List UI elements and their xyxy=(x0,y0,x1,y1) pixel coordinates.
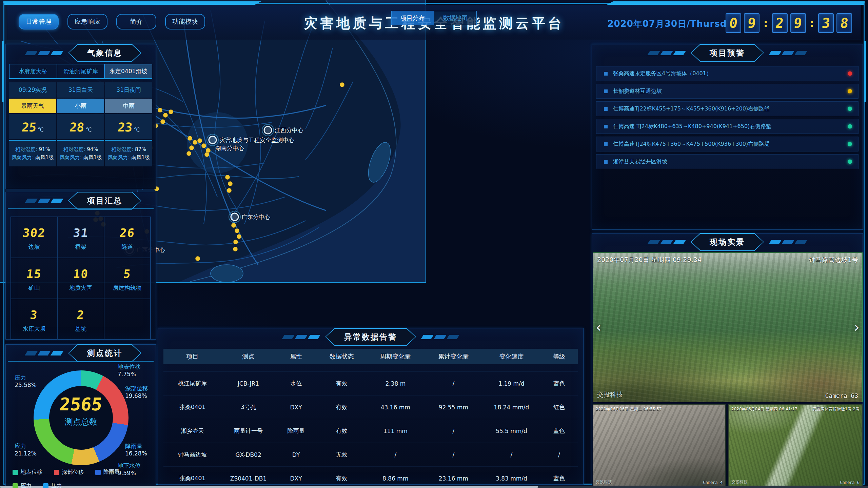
branch-center-marker[interactable] xyxy=(264,126,272,134)
legend-surface-disp[interactable]: 地表位移 xyxy=(13,469,42,476)
carousel-prev-icon[interactable]: ‹ xyxy=(596,320,601,334)
carousel-next-icon[interactable]: › xyxy=(854,320,860,334)
label-groundwater: 地下水位9.59% xyxy=(118,462,141,477)
legend-rainfall[interactable]: 降雨量 xyxy=(95,469,120,476)
header-decoration xyxy=(283,335,319,339)
header-decoration xyxy=(770,51,806,55)
camera-brand-watermark: 交投科技 xyxy=(596,479,612,485)
project-location-dot[interactable] xyxy=(228,181,233,186)
weather-tab-huayoudong[interactable]: 滑油洞尾矿库 xyxy=(57,64,105,78)
bullet-icon xyxy=(604,72,608,76)
project-location-dot[interactable] xyxy=(158,108,162,113)
project-location-dot[interactable] xyxy=(235,228,239,233)
table-row[interactable]: 湘乡尾矿库4号孔 DXY有效 10.12 mm15.97 5.46 mm/d橙色 xyxy=(163,364,578,372)
weather-tab-shuifumiao[interactable]: 水府庙大桥 xyxy=(9,64,57,78)
weather-temp: 28℃ xyxy=(57,114,104,139)
project-warning-panel: 项目预警 张桑高速永定服务区4号滑坡体（0401） 长韶娄道林互通边坡 仁博高速… xyxy=(592,44,863,230)
live-view-panel: 现场实景 2020年07月30日 星期四 09:29:34 钟马路高边坡1号 交… xyxy=(592,233,863,487)
clock-colon: : xyxy=(809,16,815,30)
warning-item[interactable]: 仁博高速TJ24标K475+360～K475+500(K936+300)右侧路堤 xyxy=(596,137,859,151)
nav-daily-management[interactable]: 日常管理 xyxy=(19,14,59,29)
clock-digit-box: 2 xyxy=(772,13,788,33)
weather-tab-yongding[interactable]: 永定0401滑坡 xyxy=(104,64,152,78)
warning-status-dot xyxy=(848,142,852,146)
weather-detail: 相对湿度: 91% 风向风力: 南风1级 xyxy=(9,140,56,166)
stat-dams: 3水库大坝 xyxy=(11,299,57,340)
warning-status-dot xyxy=(848,89,852,94)
project-location-dot[interactable] xyxy=(340,82,344,87)
project-location-dot[interactable] xyxy=(186,151,191,156)
project-warning-title: 项目预警 xyxy=(691,45,763,61)
project-location-dot[interactable] xyxy=(204,152,209,157)
clock-digit-box: 8 xyxy=(836,13,852,33)
alerts-table-header: 项目测点 属性数据状态 周期变化量累计变化量 变化速度等级 xyxy=(163,349,578,364)
project-location-dot[interactable] xyxy=(233,247,238,251)
project-location-dot[interactable] xyxy=(233,240,238,244)
table-row[interactable]: 湘乡壶天雨量计一号 降雨量有效 111 mm/ 55.5 mm/d蓝色 xyxy=(163,419,578,443)
project-location-dot[interactable] xyxy=(237,234,241,239)
camera-id-label: Camera 63 xyxy=(825,392,858,399)
date-display: 2020年07月30日/Thursday xyxy=(607,18,739,30)
bullet-icon xyxy=(604,125,608,128)
project-location-dot[interactable] xyxy=(188,136,192,141)
project-location-dot[interactable] xyxy=(225,175,230,180)
horizontal-scrollbar[interactable] xyxy=(0,486,868,488)
main-camera-feed[interactable]: 2020年07月30日 星期四 09:29:34 钟马路高边坡1号 交投科技 C… xyxy=(593,252,863,402)
nav-introduction[interactable]: 简介 xyxy=(116,14,156,29)
project-location-dot[interactable] xyxy=(231,223,236,228)
project-location-dot[interactable] xyxy=(189,145,194,150)
project-location-dot[interactable] xyxy=(201,143,206,148)
legend-deep-disp[interactable]: 深部位移 xyxy=(54,469,84,476)
weather-condition: 中雨 xyxy=(105,99,152,113)
table-row[interactable]: 钟马高边坡GX-DB02 DY无效 // // xyxy=(163,443,578,467)
camera-thumbnail-2[interactable]: 2020年06月04日 星期四 06:41:17 安置房体育馆附近1号·2号 交… xyxy=(728,404,863,487)
project-location-dot[interactable] xyxy=(195,256,200,261)
weather-forecast-grid: 09:29实况 暴雨天气 25℃ 相对湿度: 91% 风向风力: 南风1级 31… xyxy=(9,82,152,166)
warning-list: 张桑高速永定服务区4号滑坡体（0401） 长韶娄道林互通边坡 仁博高速TJ22标… xyxy=(596,66,859,169)
warning-item[interactable]: 长韶娄道林互通边坡 xyxy=(596,84,859,99)
project-location-dot[interactable] xyxy=(193,140,197,145)
camera-timestamp: 2020年06月04日 星期四 06:41:17 xyxy=(731,406,797,412)
project-location-dot[interactable] xyxy=(169,109,173,114)
project-location-dot[interactable] xyxy=(197,138,202,143)
scrollbar-thumb[interactable] xyxy=(0,486,538,488)
project-location-dot[interactable] xyxy=(163,113,168,118)
warning-status-dot xyxy=(848,107,852,111)
measure-point-stats-panel: 测点统计 2565 测点总数 压力25.58% 地表位移7.75% 深部位移19… xyxy=(5,344,156,487)
total-points-value: 2565 xyxy=(59,394,103,414)
table-row[interactable]: 张桑0401ZS0401-DB1 DXY有效 8.86 mm23.16 mm 3… xyxy=(163,467,578,482)
nav-function-modules[interactable]: 功能模块 xyxy=(165,14,205,29)
stat-slopes: 302边坡 xyxy=(11,217,57,258)
project-location-dot[interactable] xyxy=(160,119,165,124)
alerts-table: 项目测点 属性数据状态 周期变化量累计变化量 变化速度等级 湘乡尾矿库4号孔 D… xyxy=(163,349,578,482)
warning-item[interactable]: 张桑高速永定服务区4号滑坡体（0401） xyxy=(596,66,859,81)
table-row[interactable]: 张桑04013号孔 DXY有效 43.16 mm92.55 mm 18.24 m… xyxy=(163,395,578,419)
header-decoration xyxy=(770,240,806,244)
branch-center-marker[interactable] xyxy=(231,213,238,221)
project-location-dot[interactable] xyxy=(227,188,232,193)
header-decoration xyxy=(649,51,685,55)
camera-brand-watermark: 交投科技 xyxy=(731,479,748,485)
legend-pressure[interactable]: 压力 xyxy=(43,482,62,488)
camera-location-label: 钟马路高边坡1号 xyxy=(809,256,858,264)
stat-mines: 15矿山 xyxy=(11,258,57,299)
clock-digit-box: 3 xyxy=(818,13,834,33)
weather-col-day: 31日白天 小雨 28℃ 相对湿度: 94% 风向风力: 南风1级 xyxy=(57,82,104,166)
branch-center-marker[interactable] xyxy=(209,136,216,144)
legend-stress[interactable]: 应力 xyxy=(13,482,32,488)
map-tab-project-distribution[interactable]: 项目分布 xyxy=(391,11,426,25)
header-decoration xyxy=(26,351,62,355)
stat-bridges: 31桥梁 xyxy=(57,217,104,258)
warning-item[interactable]: 湘潭县天易经开区滑坡 xyxy=(596,154,859,169)
weather-time: 09:29实况 xyxy=(9,82,56,98)
project-summary-panel: 项目汇总 302边坡 31桥梁 26隧道 15矿山 10地质灾害 5房建构筑物 … xyxy=(5,192,156,340)
table-row[interactable]: 桃江尾矿库JCB-JR1 水位有效 2.38 m/ 1.19 m/d蓝色 xyxy=(163,372,578,395)
label-surface-disp: 地表位移7.75% xyxy=(118,363,141,378)
frame-top-accent-right xyxy=(607,1,865,5)
nav-emergency-response[interactable]: 应急响应 xyxy=(67,14,107,29)
warning-item[interactable]: 仁博高速TJ22标K455+175～K455+360(K916+200)右侧路堑 xyxy=(596,101,859,116)
warning-status-dot xyxy=(848,160,852,164)
camera-thumbnail-1[interactable]: 2020年06月06日 星期二 06:55:57 交投科技 Camera 4 xyxy=(593,404,726,487)
camera-id-label: Camera 6 xyxy=(840,480,860,485)
warning-item[interactable]: 仁博高速 TJ24标K480+635～K480+940(K941+650)右侧路… xyxy=(596,119,859,134)
